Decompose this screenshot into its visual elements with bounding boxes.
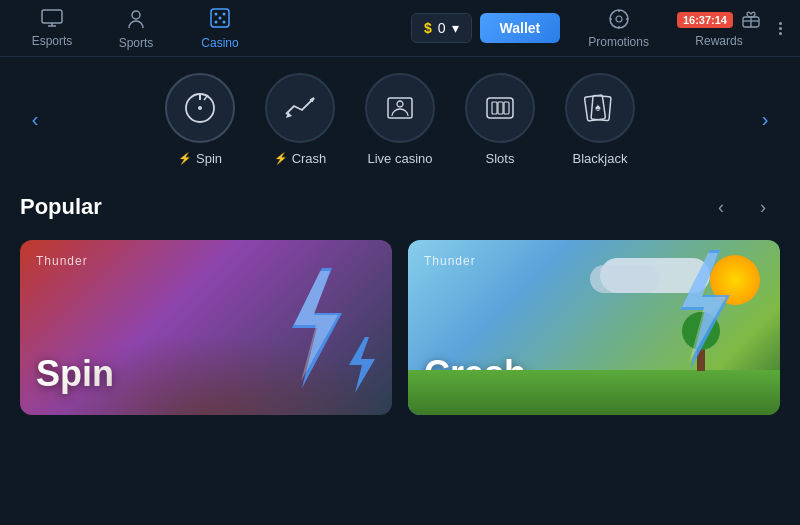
rewards-label: Rewards [695,34,742,48]
crash-ground [408,370,780,415]
svg-rect-28 [504,102,509,114]
popular-title: Popular [20,194,102,220]
sports-label: Sports [119,36,154,50]
category-live-casino[interactable]: Live casino [360,73,440,166]
wallet-area: $ 0 ▾ Wallet [411,13,560,43]
balance-button[interactable]: $ 0 ▾ [411,13,472,43]
slots-label: Slots [486,151,515,166]
navbar: Esports Sports Casino $ 0 [0,0,800,57]
dollar-sign: $ [424,20,432,36]
nav-item-esports[interactable]: Esports [12,3,92,54]
game-card-thunder-crash[interactable]: Thunder Crash [408,240,780,415]
crash-circle [265,73,335,143]
popular-prev-arrow[interactable]: ‹ [704,190,738,224]
rewards-icon [741,9,761,32]
casino-icon [209,7,231,34]
category-items: ⚡ Spin ⚡ Crash [70,73,730,166]
blackjack-circle: ♠ [565,73,635,143]
svg-point-6 [223,12,226,15]
promotions-icon [608,8,630,33]
svg-point-8 [223,20,226,23]
game-cards: Thunder Spin Thunder Crash [20,240,780,415]
category-crash[interactable]: ⚡ Crash [260,73,340,166]
svg-marker-34 [349,337,375,393]
nav-item-casino[interactable]: Casino [180,1,260,56]
category-blackjack[interactable]: ♠ Blackjack [560,73,640,166]
category-row: ‹ ⚡ Spin [0,57,800,182]
crash-lightning-icon [650,245,750,375]
svg-point-5 [215,12,218,15]
nav-item-sports[interactable]: Sports [96,1,176,56]
svg-rect-0 [42,10,62,23]
category-next-arrow[interactable]: › [750,105,780,135]
svg-point-10 [610,10,628,28]
esports-label: Esports [32,34,73,48]
sports-icon [126,7,146,34]
esports-icon [41,9,63,32]
svg-rect-27 [498,102,503,114]
casino-label: Casino [201,36,238,50]
crash-bolt: ⚡ [274,152,288,165]
time-badge: 16:37:14 [677,12,733,28]
popular-header: Popular ‹ › [20,190,780,224]
svg-point-18 [198,106,202,110]
nav-item-rewards[interactable]: 16:37:14 Rewards [669,5,769,52]
rewards-top: 16:37:14 [677,9,761,32]
svg-point-9 [219,16,222,19]
nav-item-promotions[interactable]: Promotions [572,2,665,55]
live-casino-circle [365,73,435,143]
more-button[interactable] [773,18,788,39]
svg-point-15 [616,16,622,22]
blackjack-label: Blackjack [573,151,628,166]
popular-section: Popular ‹ › Thunder Spin Thunder Cr [0,182,800,431]
crash-label: ⚡ Crash [274,151,327,166]
category-prev-arrow[interactable]: ‹ [20,105,50,135]
slots-circle [465,73,535,143]
popular-next-arrow[interactable]: › [746,190,780,224]
game-card-thunder-spin[interactable]: Thunder Spin [20,240,392,415]
dropdown-icon: ▾ [452,20,459,36]
spin-circle [165,73,235,143]
live-casino-label: Live casino [367,151,432,166]
svg-point-3 [132,11,140,19]
popular-arrows: ‹ › [704,190,780,224]
svg-point-7 [215,20,218,23]
category-slots[interactable]: Slots [460,73,540,166]
svg-point-24 [397,101,403,107]
spin-bolt: ⚡ [178,152,192,165]
spin-lightning-small-icon [337,335,382,395]
svg-rect-26 [492,102,497,114]
balance-value: 0 [438,20,446,36]
thunder-crash-top-label: Thunder [424,254,476,268]
spin-label: ⚡ Spin [178,151,222,166]
thunder-spin-top-label: Thunder [36,254,88,268]
svg-rect-30 [591,95,611,120]
promotions-label: Promotions [588,35,649,49]
wallet-button[interactable]: Wallet [480,13,561,43]
svg-text:♠: ♠ [595,101,601,113]
category-spin[interactable]: ⚡ Spin [160,73,240,166]
